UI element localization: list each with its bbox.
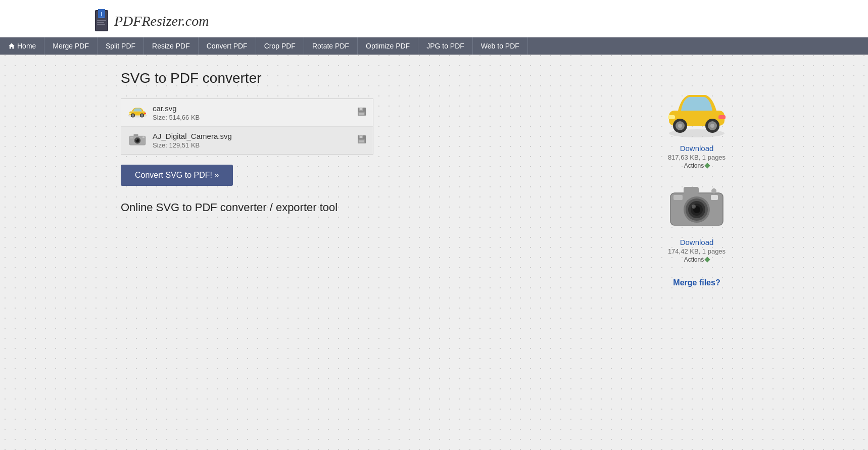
car-actions-link[interactable]: Actions [684,162,709,169]
bottom-section: Online SVG to PDF converter / exporter t… [121,201,626,239]
nav-jpg-to-pdf[interactable]: JPG to PDF [418,37,473,55]
svg-rect-5 [97,20,106,21]
camera-result-preview [664,179,730,235]
file-item-car: car.svg Size: 514,66 KB [121,99,373,127]
camera-result-meta: 174,42 KB, 1 pages [668,247,726,255]
nav-merge-pdf[interactable]: Merge PDF [44,37,98,55]
result-item-car: Download 817,63 KB, 1 pages Actions [646,85,747,169]
svg-rect-30 [130,137,133,138]
car-file-save-icon[interactable] [357,107,367,119]
home-icon [8,42,15,49]
convert-button[interactable]: Convert SVG to PDF! » [121,165,233,186]
camera-file-info: AJ_Digital_Camera.svg Size: 129,51 KB [153,132,357,149]
svg-rect-14 [129,113,131,115]
nav-rotate-pdf[interactable]: Rotate PDF [304,37,358,55]
camera-file-thumb [127,133,148,148]
camera-actions-icon [705,257,710,262]
nav-home[interactable]: Home [0,37,44,55]
camera-actions-label: Actions [684,256,704,263]
camera-actions-link[interactable]: Actions [684,256,709,263]
svg-rect-20 [359,113,364,115]
main-nav: Home Merge PDF Split PDF Resize PDF Conv… [0,37,868,55]
svg-rect-45 [718,115,726,119]
camera-file-name: AJ_Digital_Camera.svg [153,132,357,140]
svg-rect-29 [142,136,144,138]
car-download-link[interactable]: Download [680,144,714,153]
svg-point-54 [692,205,696,209]
bottom-section-title: Online SVG to PDF converter / exporter t… [121,201,626,214]
svg-rect-18 [360,108,362,110]
nav-optimize-pdf[interactable]: Optimize PDF [358,37,418,55]
result-item-camera: Download 174,42 KB, 1 pages Actions [646,179,747,263]
svg-point-13 [141,114,143,117]
svg-rect-15 [144,113,146,115]
svg-point-40 [678,124,682,128]
camera-file-save-icon[interactable] [357,134,367,146]
car-actions-icon [705,163,710,168]
svg-rect-6 [97,22,104,23]
page-title: SVG to PDF converter [121,70,626,86]
svg-rect-35 [359,140,364,142]
camera-download-link[interactable]: Download [680,238,714,246]
site-logo-icon [91,9,112,33]
nav-split-pdf[interactable]: Split PDF [98,37,144,55]
car-result-meta: 817,63 KB, 1 pages [668,154,726,161]
svg-rect-56 [673,195,683,200]
car-file-info: car.svg Size: 514,66 KB [153,104,357,121]
nav-convert-pdf[interactable]: Convert PDF [199,37,256,55]
svg-rect-44 [668,115,675,119]
svg-rect-48 [684,187,699,194]
svg-rect-7 [97,24,105,25]
svg-point-11 [132,114,134,117]
car-file-thumb [127,105,148,120]
svg-point-43 [710,124,714,128]
svg-rect-55 [711,195,718,200]
nav-web-to-pdf[interactable]: Web to PDF [473,37,528,55]
merge-files-link[interactable]: Merge files? [673,278,720,287]
car-file-name: car.svg [153,104,357,113]
file-list: car.svg Size: 514,66 KB [121,98,373,155]
svg-rect-28 [134,134,138,136]
car-result-preview [664,85,730,141]
nav-crop-pdf[interactable]: Crop PDF [256,37,304,55]
car-file-size: Size: 514,66 KB [153,114,357,121]
svg-point-27 [136,139,137,140]
file-item-camera: AJ_Digital_Camera.svg Size: 129,51 KB [121,127,373,154]
site-logo-text: PDFResizer.com [114,13,209,29]
svg-point-57 [711,188,716,193]
svg-rect-33 [360,136,362,138]
camera-file-size: Size: 129,51 KB [153,141,357,149]
nav-resize-pdf[interactable]: Resize PDF [144,37,199,55]
car-actions-label: Actions [684,162,704,169]
results-panel: Download 817,63 KB, 1 pages Actions [646,55,747,287]
